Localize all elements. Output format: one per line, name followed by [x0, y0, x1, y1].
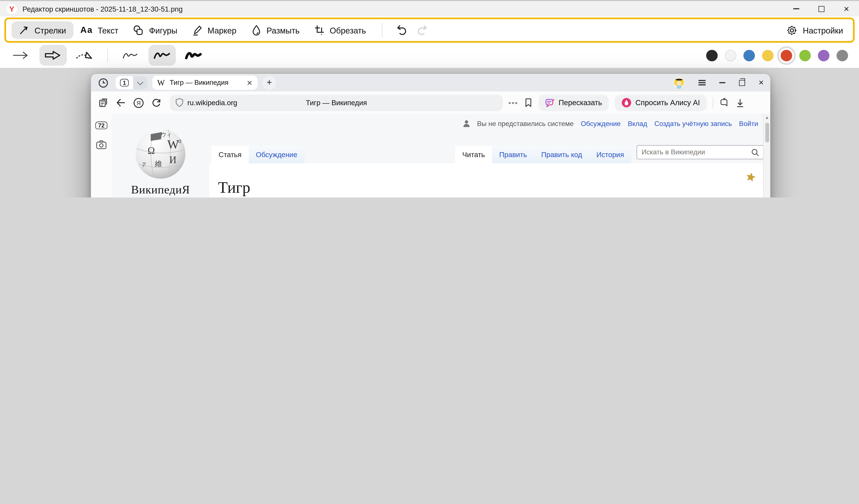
browser-tabbar: 1 W Тигр — Википедия ✕ + ×	[91, 74, 770, 91]
ask-alice-button[interactable]: Спросить Алису AI	[615, 94, 707, 111]
browser-maximize-button[interactable]	[739, 80, 745, 86]
browser-close-button[interactable]: ×	[758, 78, 764, 88]
scrollbar-thumb[interactable]	[765, 123, 769, 142]
sidebar-panels-icon[interactable]	[98, 97, 108, 108]
page-scrollbar[interactable]: ▲ ▲	[763, 114, 770, 198]
wiki-tab[interactable]: Править код	[534, 146, 589, 164]
color-swatch-1[interactable]	[725, 50, 736, 61]
color-swatch-4[interactable]	[781, 50, 792, 61]
browser-screenshot: 1 W Тигр — Википедия ✕ + ×	[91, 74, 770, 198]
browser-tab[interactable]: W Тигр — Википедия ✕	[152, 76, 257, 90]
redo-button[interactable]	[412, 21, 433, 39]
arrow-style-thin[interactable]	[8, 45, 35, 66]
wiki-tab[interactable]: История	[589, 146, 631, 164]
featured-star-icon[interactable]	[745, 172, 756, 182]
tab-counter: 1	[120, 79, 129, 87]
tool-marker[interactable]: Маркер	[184, 21, 243, 39]
tool-arrows[interactable]: Стрелки	[12, 21, 73, 39]
text-tool-icon: Аа	[80, 25, 93, 35]
screenshot-editor-window: Y Редактор скриншотов - 2025-11-18_12-30…	[0, 0, 859, 198]
tab-counter-chip[interactable]: 1	[116, 76, 147, 89]
tool-options-bar	[0, 43, 859, 68]
color-swatch-7[interactable]	[837, 50, 848, 61]
download-icon[interactable]	[736, 98, 744, 108]
personal-link[interactable]: Создать учётную запись	[654, 120, 732, 128]
notes-counter-badge[interactable]: 72	[95, 122, 107, 129]
undo-button[interactable]	[391, 21, 412, 39]
screenshot-camera-icon[interactable]	[96, 140, 107, 150]
browser-minimize-button[interactable]	[719, 82, 725, 83]
retell-button[interactable]: Пересказать	[538, 94, 608, 111]
address-bar[interactable]: ru.wikipedia.org Тигр — Википедия	[170, 94, 503, 111]
personal-notice: Вы не представились системе	[477, 120, 574, 128]
marker-tool-icon	[192, 25, 202, 36]
article-title: Тигр	[218, 179, 757, 197]
personal-link[interactable]: Войти	[739, 120, 758, 128]
back-button[interactable]	[116, 98, 126, 107]
color-swatch-5[interactable]	[799, 50, 811, 61]
search-input[interactable]	[637, 148, 751, 156]
color-swatch-6[interactable]	[818, 50, 830, 61]
svg-text:Я: Я	[137, 100, 141, 106]
wiki-tab[interactable]: Обсуждение	[249, 146, 304, 164]
minimize-button[interactable]	[783, 1, 809, 16]
tool-blur[interactable]: Размыть	[243, 21, 307, 39]
svg-text:維: 維	[155, 160, 162, 168]
arrow-style-dotted[interactable]	[71, 45, 99, 66]
wiki-wordmark[interactable]: ВикипедиЯ	[112, 183, 209, 197]
close-button[interactable]: ×	[834, 1, 859, 16]
stroke-thin[interactable]	[117, 45, 144, 66]
alice-avatar[interactable]	[673, 77, 684, 89]
tool-label: Стрелки	[34, 26, 66, 35]
bookmark-icon[interactable]	[524, 98, 532, 107]
scroll-up-icon[interactable]: ▲	[765, 116, 769, 120]
personal-link[interactable]: Вклад	[628, 120, 647, 128]
settings-button[interactable]: Настройки	[786, 25, 848, 36]
search-icon[interactable]	[751, 148, 759, 156]
chevron-down-icon	[137, 79, 144, 85]
settings-label: Настройки	[803, 26, 843, 35]
more-menu-icon[interactable]: •••	[508, 98, 518, 107]
tab-counter-chevron[interactable]	[133, 76, 147, 89]
wiki-tabs-right: ЧитатьПравитьПравить кодИстория	[455, 146, 631, 164]
personal-link[interactable]: Обсуждение	[581, 120, 621, 128]
yandex-search-icon[interactable]: Я	[133, 97, 144, 108]
wiki-tab[interactable]: Читать	[455, 146, 492, 164]
wiki-tab[interactable]: Статья	[212, 146, 249, 164]
wiki-tab[interactable]: Править	[492, 146, 534, 164]
stroke-medium[interactable]	[148, 45, 176, 66]
wikipedia-globe-logo[interactable]: W Ω И 維 ウィ ও ק	[132, 124, 189, 182]
bold-stroke-icon	[185, 49, 204, 62]
browser-menu-icon[interactable]	[698, 80, 706, 86]
tab-close-icon[interactable]: ✕	[246, 79, 253, 87]
history-clock-icon[interactable]	[98, 77, 108, 88]
color-swatch-0[interactable]	[706, 50, 718, 61]
color-swatch-3[interactable]	[762, 50, 773, 61]
editor-canvas[interactable]: 1 W Тигр — Википедия ✕ + ×	[0, 68, 859, 198]
redo-icon	[417, 24, 428, 36]
tool-crop[interactable]: Обрезать	[307, 21, 373, 39]
maximize-button[interactable]	[809, 1, 834, 16]
extensions-icon[interactable]	[719, 98, 729, 108]
arrow-style-outline[interactable]	[40, 45, 67, 66]
new-tab-button[interactable]: +	[262, 76, 276, 90]
reload-button[interactable]	[151, 97, 162, 108]
address-page-title: Тигр — Википедия	[236, 98, 437, 107]
color-swatch-2[interactable]	[743, 50, 755, 61]
yandex-logo-icon: Y	[7, 4, 17, 14]
svg-text:W: W	[167, 137, 179, 151]
tool-text[interactable]: Аа Текст	[73, 22, 125, 39]
tool-label: Обрезать	[330, 26, 366, 35]
svg-text:ウィ: ウィ	[161, 132, 171, 137]
blur-tool-icon	[251, 25, 261, 36]
tool-shapes[interactable]: Фигуры	[125, 21, 184, 39]
minimize-icon	[793, 9, 799, 9]
shapes-tool-icon	[133, 25, 144, 36]
titlebar: Y Редактор скриншотов - 2025-11-18_12-30…	[0, 0, 859, 17]
arrow-tool-icon	[19, 25, 30, 36]
personal-tools: Вы не представились системе ОбсуждениеВк…	[463, 120, 758, 128]
wiki-search-box[interactable]	[636, 145, 764, 159]
stroke-bold[interactable]	[180, 45, 208, 66]
wiki-tabs-left: СтатьяОбсуждение	[212, 146, 304, 164]
svg-text:ק: ק	[142, 161, 146, 167]
